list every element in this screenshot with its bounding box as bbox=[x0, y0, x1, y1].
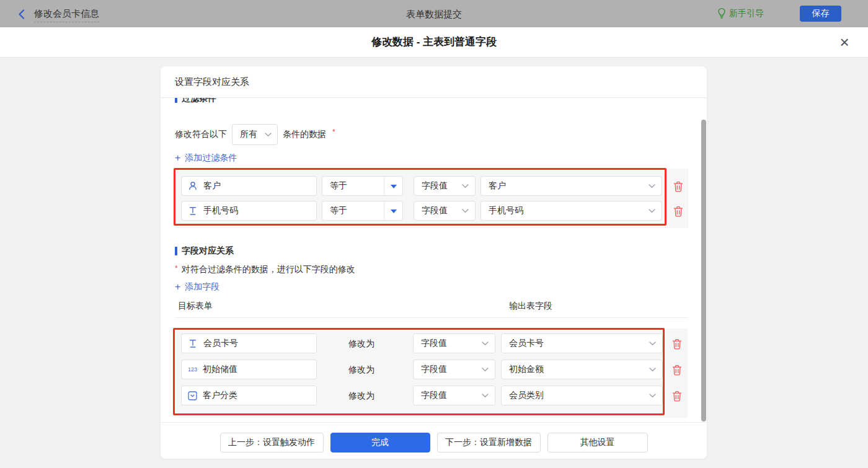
text-icon bbox=[188, 206, 198, 216]
card-title: 设置字段对应关系 bbox=[175, 76, 249, 88]
mapping-value-type-select[interactable]: 字段值 bbox=[413, 386, 495, 405]
match-suffix-label: 条件的数据 bbox=[283, 129, 326, 140]
filter-operator-select[interactable]: 等于 bbox=[322, 201, 403, 221]
text-icon bbox=[188, 338, 198, 348]
caret-down-icon bbox=[391, 210, 397, 216]
mapping-value-type-select[interactable]: 字段值 bbox=[413, 333, 495, 353]
trash-icon bbox=[672, 391, 682, 402]
target-field-select[interactable]: 会员卡号 bbox=[181, 333, 317, 353]
divider bbox=[175, 317, 688, 318]
filter-group: 客户 等于 字段值 客户 bbox=[175, 169, 688, 228]
chevron-down-icon bbox=[482, 368, 489, 372]
required-mark: * bbox=[175, 264, 178, 273]
guide-label: 新手引导 bbox=[729, 8, 764, 19]
delete-mapping-row-button[interactable] bbox=[671, 390, 683, 402]
mapping-group: 会员卡号 修改为 字段值 会员卡号 bbox=[174, 329, 688, 418]
done-button[interactable]: 完成 bbox=[330, 433, 430, 453]
filter-value-type-select[interactable]: 字段值 bbox=[414, 176, 476, 196]
back-button[interactable] bbox=[16, 8, 29, 20]
lightbulb-icon bbox=[717, 7, 726, 19]
other-settings-button[interactable]: 其他设置 bbox=[547, 433, 648, 453]
delete-filter-row-button[interactable] bbox=[673, 205, 684, 217]
next-step-button[interactable]: 下一步：设置新增数据 bbox=[437, 433, 541, 453]
add-field-link[interactable]: + 添加字段 bbox=[175, 281, 219, 293]
mapping-value-select[interactable]: 会员类别 bbox=[501, 386, 663, 405]
caret-down-icon bbox=[391, 185, 397, 192]
settings-card: 设置字段对应关系 过滤条件 修改符合以下 所有 bbox=[161, 66, 707, 459]
match-prefix-label: 修改符合以下 bbox=[175, 129, 227, 140]
user-icon bbox=[188, 181, 198, 191]
delete-filter-row-button[interactable] bbox=[673, 180, 684, 192]
card-header: 设置字段对应关系 bbox=[161, 66, 707, 98]
required-mark: * bbox=[332, 128, 335, 136]
close-icon[interactable]: × bbox=[835, 32, 854, 52]
add-filter-condition-link[interactable]: + 添加过滤条件 bbox=[175, 152, 237, 164]
section-bar bbox=[175, 247, 177, 255]
map-to-label: 修改为 bbox=[348, 333, 374, 353]
mapping-section-title: 字段对应关系 bbox=[175, 245, 234, 257]
filter-operator-select[interactable]: 等于 bbox=[322, 176, 403, 196]
modal-title: 修改数据 - 主表到普通字段 bbox=[371, 35, 497, 49]
delete-mapping-row-button[interactable] bbox=[671, 338, 683, 350]
plus-icon: + bbox=[175, 153, 180, 163]
chevron-down-icon bbox=[649, 209, 655, 213]
filter-value-type-select[interactable]: 字段值 bbox=[414, 201, 476, 221]
scrollbar-thumb[interactable] bbox=[701, 120, 706, 422]
chevron-down-icon bbox=[649, 184, 655, 188]
modal-header: 修改数据 - 主表到普通字段 × bbox=[0, 27, 868, 58]
chevron-down-icon bbox=[649, 394, 656, 398]
match-mode-select[interactable]: 所有 bbox=[232, 124, 278, 145]
chevron-down-icon bbox=[482, 342, 489, 346]
trash-icon bbox=[672, 364, 682, 376]
chevron-down-icon bbox=[265, 133, 272, 137]
beginner-guide-link[interactable]: 新手引导 bbox=[717, 7, 764, 19]
filter-value-select[interactable]: 客户 bbox=[480, 176, 662, 196]
topbar: 修改会员卡信息 表单数据提交 新手引导 保存 bbox=[0, 0, 868, 27]
topbar-title: 修改会员卡信息 bbox=[34, 8, 99, 22]
chevron-down-icon bbox=[462, 184, 469, 188]
topbar-center-title: 表单数据提交 bbox=[406, 9, 462, 20]
target-field-select[interactable]: 客户分类 bbox=[181, 386, 317, 405]
select-icon bbox=[188, 391, 197, 400]
section-bar bbox=[175, 98, 177, 103]
delete-mapping-row-button[interactable] bbox=[671, 364, 683, 376]
map-to-label: 修改为 bbox=[348, 386, 374, 405]
match-condition-row: 修改符合以下 所有 条件的数据 * bbox=[175, 124, 335, 145]
screen: 修改会员卡信息 表单数据提交 新手引导 保存 修改数据 - 主表到普通字段 × … bbox=[0, 0, 868, 468]
mapping-description: * 对符合过滤条件的数据，进行以下字段的修改 bbox=[175, 264, 355, 275]
mapping-value-select[interactable]: 初始金额 bbox=[501, 360, 663, 379]
target-field-select[interactable]: 123 初始储值 bbox=[181, 360, 317, 379]
chevron-down-icon bbox=[649, 368, 656, 372]
mapping-value-type-select[interactable]: 字段值 bbox=[413, 360, 495, 379]
trash-icon bbox=[673, 181, 683, 192]
mapping-value-select[interactable]: 会员卡号 bbox=[501, 333, 663, 353]
map-to-label: 修改为 bbox=[348, 360, 374, 379]
filter-field-select[interactable]: 手机号码 bbox=[181, 201, 317, 221]
chevron-down-icon bbox=[649, 342, 656, 346]
trash-icon bbox=[672, 338, 682, 350]
card-footer: 上一步：设置触发动作 完成 下一步：设置新增数据 其他设置 bbox=[161, 422, 707, 459]
chevron-down-icon bbox=[462, 209, 469, 213]
column-header-output-field: 输出表字段 bbox=[509, 301, 552, 312]
chevron-down-icon bbox=[482, 394, 489, 398]
mapping-column-headers: 目标表单 输出表字段 bbox=[161, 301, 707, 313]
page-background: 设置字段对应关系 过滤条件 修改符合以下 所有 bbox=[0, 58, 868, 468]
filter-field-select[interactable]: 客户 bbox=[181, 176, 317, 196]
plus-icon: + bbox=[175, 282, 180, 292]
trash-icon bbox=[673, 206, 683, 217]
column-header-target-form: 目标表单 bbox=[178, 301, 213, 312]
chevron-left-icon bbox=[16, 8, 29, 20]
prev-step-button[interactable]: 上一步：设置触发动作 bbox=[220, 433, 324, 453]
number-icon: 123 bbox=[188, 366, 197, 373]
scroll-area: 过滤条件 修改符合以下 所有 条件的数据 * + bbox=[161, 98, 707, 422]
save-button[interactable]: 保存 bbox=[800, 6, 841, 22]
filter-value-select[interactable]: 手机号码 bbox=[480, 201, 662, 221]
filter-section-title: 过滤条件 bbox=[175, 98, 216, 105]
